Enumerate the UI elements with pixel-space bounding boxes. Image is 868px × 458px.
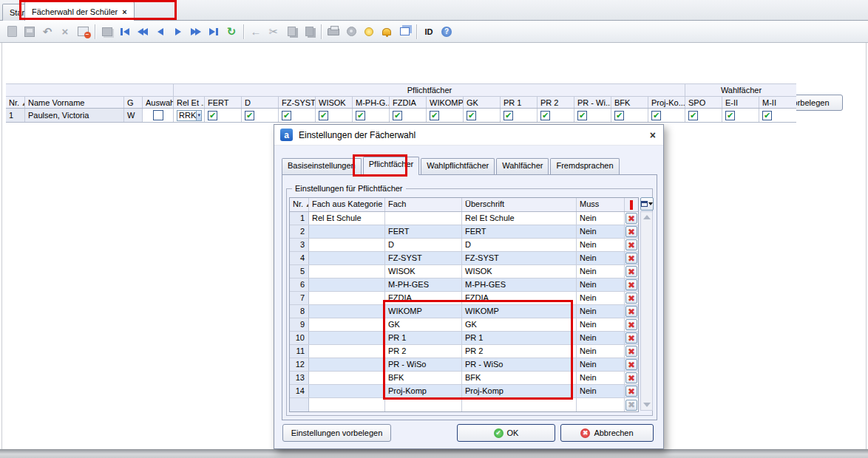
subject-checkbox-wikomp[interactable]: ✔ [430, 111, 439, 120]
column-header-fz-syst[interactable]: FZ-SYST [279, 97, 316, 108]
subject-checkbox-pr-wi-[interactable]: ✔ [577, 111, 587, 120]
column-header-m-ii[interactable]: M-II [759, 97, 796, 108]
delete-row-button[interactable]: ✖ [625, 306, 637, 317]
back-arrow-icon[interactable]: ← [247, 23, 265, 41]
subject-checkbox-pr-1[interactable]: ✔ [503, 111, 513, 120]
dialog-close-icon[interactable] [650, 129, 656, 141]
column-header-pr-wi-[interactable]: PR - Wi... [574, 97, 611, 108]
dialog-table-row[interactable]: 11PR 2PR 2Nein✖ [290, 345, 638, 358]
delete-row-button[interactable]: ✖ [625, 226, 637, 237]
delete-icon[interactable]: × [56, 23, 74, 41]
column-header-e-ii[interactable]: E-II [722, 97, 759, 108]
delete-row-button[interactable]: ✖ [625, 386, 637, 397]
dialog-table-row[interactable]: 14Proj-KompProj-KompNein✖ [290, 385, 638, 398]
column-header-name[interactable]: Name Vorname [25, 97, 124, 108]
dialog-table-row[interactable]: 3DDNein✖ [290, 239, 638, 252]
copy-icon[interactable] [282, 23, 300, 41]
dcolumn-header-nr[interactable]: Nr.▲ [290, 198, 309, 211]
subject-checkbox-proj-ko-[interactable]: ✔ [651, 111, 661, 120]
dcolumn-header-kategorie[interactable]: Fach aus Kategorie [309, 198, 385, 211]
nav-next-icon[interactable] [169, 23, 187, 41]
column-header-auswahl[interactable]: Auswahl [143, 97, 174, 108]
dialog-table-row[interactable]: 12PR - WiSoPR - WiSoNein✖ [290, 358, 638, 372]
subject-checkbox-e-ii[interactable]: ✔ [725, 111, 735, 120]
column-chooser-button[interactable] [640, 197, 654, 211]
subject-checkbox-wisok[interactable]: ✔ [319, 111, 328, 120]
dialog-tab-basiseinstellungen[interactable]: Basiseinstellungen [282, 158, 362, 175]
column-header-wisok[interactable]: WISOK [316, 97, 353, 108]
column-header-pr-2[interactable]: PR 2 [538, 97, 574, 108]
dcolumn-header-muss[interactable]: Muss [577, 198, 625, 211]
dialog-title-bar[interactable]: a Einstellungen der Fächerwahl [274, 125, 663, 146]
dialog-table-row[interactable]: 8WIKOMPWIKOMPNein✖ [290, 305, 638, 318]
dcolumn-header-ueberschrift[interactable]: Überschrift [462, 198, 577, 211]
subject-checkbox-gk[interactable]: ✔ [467, 111, 476, 120]
new-document-icon[interactable] [3, 23, 21, 41]
chevron-down-icon[interactable]: ▼ [196, 111, 201, 120]
delete-row-button[interactable]: ✖ [625, 359, 637, 370]
hint-bulb-icon[interactable] [360, 23, 378, 41]
subject-checkbox-fzdia[interactable]: ✔ [393, 111, 402, 120]
nav-prev-icon[interactable] [152, 23, 169, 41]
form-remove-icon[interactable]: − [74, 23, 92, 41]
column-header-m-ph-g-[interactable]: M-PH-G... [353, 97, 390, 108]
delete-row-button[interactable]: ✖ [625, 279, 637, 290]
records-icon[interactable] [98, 23, 116, 41]
dialog-tab-fremdsprachen[interactable]: Fremdsprachen [550, 158, 619, 175]
refresh-icon[interactable]: ↻ [223, 23, 240, 41]
scroll-down-icon[interactable] [643, 403, 651, 407]
column-header-d[interactable]: D [242, 97, 279, 108]
table-scrollbar[interactable] [640, 211, 653, 411]
dialog-table-row[interactable]: 9GKGKNein✖ [290, 318, 638, 332]
dialog-table-row[interactable]: 5WISOKWISOKNein✖ [290, 265, 638, 278]
delete-row-button[interactable]: ✖ [625, 346, 637, 357]
tab-faecherwahl-der-schueler[interactable]: Fächerwahl der Schüler [24, 1, 135, 21]
subject-checkbox-m-ii[interactable]: ✔ [762, 111, 772, 120]
auswahl-checkbox[interactable] [153, 110, 163, 120]
column-header-nr[interactable]: Nr.▲ [6, 97, 25, 108]
dialog-table-row[interactable]: 13BFKBFKNein✖ [290, 372, 638, 385]
delete-row-button[interactable]: ✖ [625, 293, 637, 304]
column-header-pr-1[interactable]: PR 1 [501, 97, 538, 108]
tab-close-icon[interactable] [122, 7, 126, 16]
column-header-proj-ko-[interactable]: Proj-Ko... [648, 97, 685, 108]
subject-checkbox-fz-syst[interactable]: ✔ [282, 111, 291, 120]
subject-checkbox-m-ph-g-[interactable]: ✔ [356, 111, 365, 120]
subject-checkbox-spo[interactable]: ✔ [688, 111, 698, 120]
delete-row-button[interactable]: ✖ [625, 213, 637, 224]
cut-icon[interactable]: ✂ [265, 23, 282, 41]
column-header-bfk[interactable]: BFK [611, 97, 648, 108]
delete-row-button[interactable]: ✖ [625, 239, 637, 250]
paste-icon[interactable] [300, 23, 318, 41]
subject-checkbox-d[interactable]: ✔ [245, 111, 254, 120]
id-badge-icon[interactable]: ID [420, 23, 438, 41]
windows-icon[interactable] [396, 23, 413, 41]
help-icon[interactable]: ? [438, 23, 455, 41]
student-row[interactable]: 1 Paulsen, Victoria W RRK ▼ ✔✔✔✔✔✔✔✔✔✔✔✔… [6, 109, 796, 123]
notification-bell-icon[interactable] [378, 23, 396, 41]
dialog-table-row[interactable]: 10PR 1PR 1Nein✖ [290, 332, 638, 345]
dialog-table-row[interactable]: 1Rel Et SchuleRel Et SchuleNein✖ [290, 212, 638, 225]
delete-row-button[interactable]: ✖ [625, 372, 637, 383]
dcolumn-header-fach[interactable]: Fach [385, 198, 462, 211]
disc-icon[interactable] [342, 23, 360, 41]
subject-checkbox-bfk[interactable]: ✔ [614, 111, 624, 120]
dialog-table-row[interactable]: 2FERTFERTNein✖ [290, 225, 638, 239]
column-header-gk[interactable]: GK [464, 97, 501, 108]
column-header-spo[interactable]: SPO [685, 97, 722, 108]
dialog-table-row[interactable]: 6M-PH-GESM-PH-GESNein✖ [290, 278, 638, 292]
delete-row-button[interactable]: ✖ [625, 332, 637, 344]
nav-fast-next-icon[interactable] [187, 23, 205, 41]
delete-row-button[interactable]: ✖ [625, 266, 637, 277]
column-header-wikomp[interactable]: WIKOMP [427, 97, 464, 108]
save-icon[interactable] [21, 23, 38, 41]
column-header-fzdia[interactable]: FZDIA [390, 97, 427, 108]
dialog-tab-pflichtfächer[interactable]: Pflichtfächer [363, 157, 420, 175]
dialog-table-row[interactable]: 4FZ-SYSTFZ-SYSTNein✖ [290, 252, 638, 265]
column-header-g[interactable]: G [124, 97, 143, 108]
nav-last-icon[interactable] [205, 23, 223, 41]
dialog-tab-wahlfächer[interactable]: Wahlfächer [496, 158, 549, 175]
nav-fast-prev-icon[interactable] [134, 23, 152, 41]
einstellungen-vorbelegen-button[interactable]: Einstellungen vorbelegen [282, 424, 391, 442]
scroll-up-icon[interactable] [643, 215, 651, 219]
